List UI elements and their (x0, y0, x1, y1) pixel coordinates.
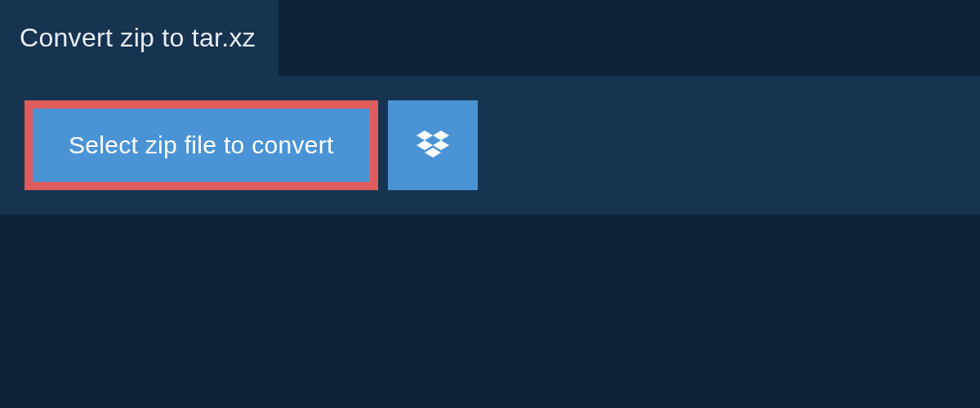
page-title-tab: Convert zip to tar.xz (0, 0, 278, 76)
page-title: Convert zip to tar.xz (20, 23, 256, 52)
dropbox-icon (416, 127, 449, 163)
button-row: Select zip file to convert (24, 100, 956, 190)
dropbox-button[interactable] (388, 100, 478, 190)
select-file-button-label: Select zip file to convert (69, 131, 334, 159)
lower-area (0, 215, 980, 378)
upload-panel: Select zip file to convert (0, 76, 980, 215)
select-file-button[interactable]: Select zip file to convert (24, 100, 378, 190)
